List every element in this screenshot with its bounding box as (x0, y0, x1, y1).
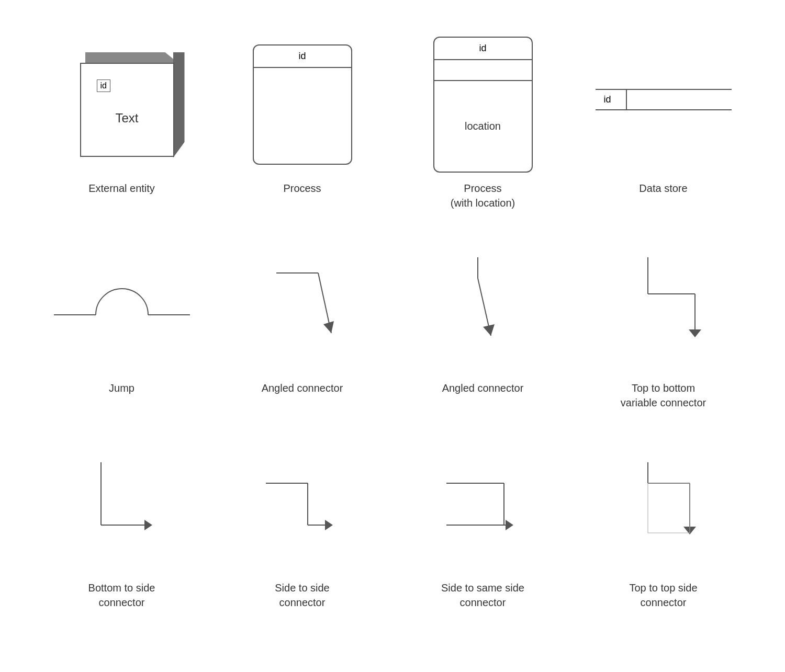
bts-shape (70, 436, 174, 572)
angled-2-shape (431, 236, 535, 372)
stss-shape (425, 436, 541, 572)
process-body (254, 68, 351, 164)
jump-svg (49, 273, 195, 336)
cell-process: id Process (212, 21, 392, 221)
data-store-content (627, 90, 732, 109)
angled-2-label: Angled connector (442, 381, 524, 395)
tts-shape (606, 436, 721, 572)
bts-label: Bottom to sideconnector (88, 580, 155, 610)
svg-marker-23 (506, 520, 513, 530)
data-store-row: id (596, 89, 732, 109)
process-location-label: Process(with location) (451, 181, 515, 210)
sts-shape (250, 436, 355, 572)
cell-angled-2: Angled connector (392, 221, 573, 420)
cell-data-store: id Data store (573, 21, 754, 221)
external-entity-right-side (173, 52, 185, 158)
cell-sts: Side to sideconnector (212, 420, 392, 620)
external-entity-front: id Text (80, 63, 174, 157)
cell-ttb: Top to bottomvariable connector (573, 221, 754, 420)
angled-1-shape (250, 236, 355, 372)
jump-shape (49, 236, 195, 372)
ttb-label: Top to bottomvariable connector (621, 381, 706, 410)
svg-marker-7 (483, 324, 495, 336)
data-store-box: id (596, 89, 732, 120)
process-location-shape: id location (433, 37, 533, 173)
data-store-bottom (596, 109, 732, 115)
svg-rect-28 (648, 483, 690, 533)
process-id: id (254, 45, 351, 68)
angled-1-svg (250, 252, 355, 357)
process-box: id (253, 44, 352, 165)
process-location-text: location (465, 120, 501, 132)
angled-2-svg (431, 252, 535, 357)
process-shape: id (253, 37, 352, 173)
jump-label: Jump (109, 381, 134, 395)
process-location-id: id (434, 38, 532, 60)
svg-marker-14 (144, 520, 152, 530)
external-entity-shape: id Text (70, 37, 174, 173)
angled-1-label: Angled connector (262, 381, 343, 395)
data-store-label: Data store (639, 181, 687, 196)
diagram-grid: id Text External entity id Process id lo… (0, 0, 785, 641)
cell-jump: Jump (31, 221, 212, 420)
bts-svg (70, 452, 174, 556)
sts-svg (250, 452, 355, 556)
stss-label: Side to same sideconnector (441, 580, 524, 610)
tts-svg (606, 452, 721, 556)
process-location-top (434, 60, 532, 81)
stss-svg (425, 452, 541, 556)
svg-marker-4 (323, 321, 334, 333)
ttb-svg (606, 252, 721, 357)
data-store-shape: id (596, 37, 732, 173)
cell-external-entity: id Text External entity (31, 21, 212, 221)
cell-tts: Top to top sideconnector (573, 420, 754, 620)
process-location-box: id location (433, 37, 533, 173)
svg-marker-11 (689, 329, 701, 337)
tts-label: Top to top sideconnector (629, 580, 697, 610)
cell-angled-1: Angled connector (212, 221, 392, 420)
process-label: Process (283, 181, 321, 196)
cell-bts: Bottom to sideconnector (31, 420, 212, 620)
svg-marker-18 (325, 520, 333, 530)
external-entity-id: id (97, 79, 110, 92)
sts-label: Side to sideconnector (275, 580, 330, 610)
cell-process-location: id location Process(with location) (392, 21, 573, 221)
external-entity-text: Text (115, 111, 138, 126)
process-location-body: location (434, 81, 532, 172)
cell-stss: Side to same sideconnector (392, 420, 573, 620)
external-entity-label: External entity (88, 181, 155, 196)
external-entity-top-side (85, 52, 180, 64)
ttb-shape (606, 236, 721, 372)
data-store-id: id (596, 90, 627, 109)
external-entity-box: id Text (70, 52, 174, 157)
